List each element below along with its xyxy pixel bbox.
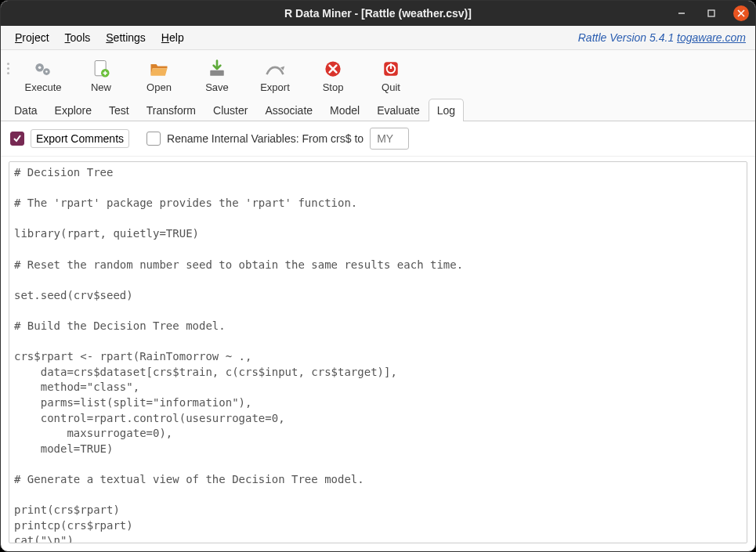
log-text[interactable]: # Decision Tree # The 'rpart' package pr…: [9, 162, 747, 543]
menu-help[interactable]: Help: [154, 28, 192, 47]
rename-vars-label: Rename Internal Variables: From crs$ to: [167, 132, 364, 145]
rename-vars-input[interactable]: [370, 128, 409, 150]
new-button[interactable]: New: [74, 55, 128, 95]
tab-evaluate[interactable]: Evaluate: [368, 99, 428, 121]
stop-button[interactable]: Stop: [306, 55, 360, 95]
quit-button[interactable]: Quit: [364, 55, 418, 95]
log-panel: # Decision Tree # The 'rpart' package pr…: [9, 161, 747, 543]
tab-cluster[interactable]: Cluster: [204, 99, 256, 121]
tab-model[interactable]: Model: [321, 99, 368, 121]
gears-icon: [32, 58, 54, 80]
menu-settings[interactable]: Settings: [98, 28, 154, 47]
tab-test[interactable]: Test: [100, 99, 138, 121]
toolbar: Execute New Open Save Export: [1, 50, 755, 98]
save-button[interactable]: Save: [190, 55, 244, 95]
tab-associate[interactable]: Associate: [256, 99, 321, 121]
export-button[interactable]: Export: [248, 55, 302, 95]
menu-project[interactable]: Project: [7, 28, 57, 47]
maximize-button[interactable]: [704, 5, 719, 21]
tabbar: Data Explore Test Transform Cluster Asso…: [1, 98, 755, 121]
tab-data[interactable]: Data: [5, 99, 46, 121]
minimize-button[interactable]: [674, 5, 689, 21]
execute-button[interactable]: Execute: [16, 55, 71, 95]
svg-rect-1: [708, 10, 714, 16]
tab-transform[interactable]: Transform: [138, 99, 204, 121]
menu-project-rest: roject: [22, 31, 49, 44]
tab-log[interactable]: Log: [429, 99, 464, 121]
log-options: Export Comments Rename Internal Variable…: [1, 121, 755, 157]
version-text: Rattle Version 5.4.1 togaware.com: [578, 31, 749, 44]
svg-point-6: [38, 67, 42, 70]
version-link[interactable]: togaware.com: [677, 31, 746, 44]
tab-explore[interactable]: Explore: [46, 99, 100, 121]
app-window: R Data Miner - [Rattle (weather.csv)] Pr…: [0, 0, 756, 552]
svg-point-7: [45, 70, 48, 73]
open-button[interactable]: Open: [132, 55, 186, 95]
rename-vars-checkbox[interactable]: [146, 132, 161, 146]
window-title: R Data Miner - [Rattle (weather.csv)]: [284, 7, 472, 20]
svg-rect-10: [210, 70, 224, 76]
menu-tools[interactable]: Tools: [57, 28, 99, 47]
toolbar-grip: [5, 55, 13, 74]
stop-icon: [322, 58, 344, 80]
titlebar: R Data Miner - [Rattle (weather.csv)]: [1, 1, 755, 26]
save-icon: [206, 58, 228, 80]
menubar: Project Tools Settings Help Rattle Versi…: [1, 26, 755, 50]
folder-open-icon: [148, 58, 170, 80]
power-icon: [380, 58, 402, 80]
close-button[interactable]: [733, 5, 749, 21]
new-doc-icon: [90, 58, 112, 80]
export-icon: [264, 58, 286, 80]
export-comments-checkbox[interactable]: [10, 132, 24, 146]
export-comments-label: Export Comments: [31, 129, 129, 148]
